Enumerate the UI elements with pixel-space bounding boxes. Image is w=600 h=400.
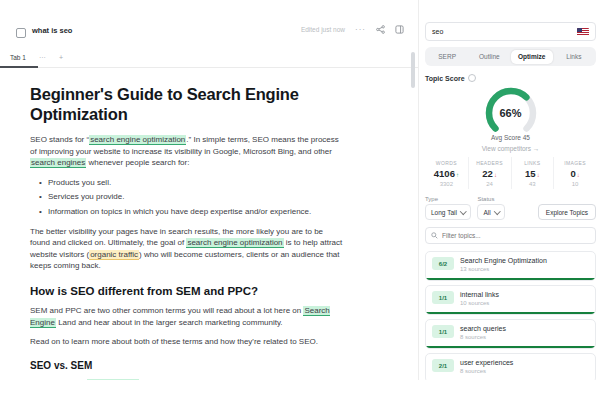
text-run: SEM and PPC are two other common terms y… — [30, 306, 303, 315]
topic-card[interactable]: 2/1user experiences8 sources — [425, 353, 596, 380]
stat-images: IMAGES0↓10 — [553, 157, 596, 189]
topic-card[interactable]: 6/2Search Engine Optimization13 sources — [425, 251, 596, 281]
chevron-down-icon — [460, 208, 466, 214]
chevron-down-icon — [494, 208, 500, 214]
topic-score-gauge: 66% — [476, 83, 546, 133]
stat-label: IMAGES — [554, 160, 596, 166]
topic-list: 6/2Search Engine Optimization13 sources1… — [425, 251, 596, 380]
panel-tab-serp[interactable]: SERP — [426, 50, 468, 64]
document-body[interactable]: Beginner's Guide to Search Engine Optimi… — [30, 68, 344, 380]
paragraph: Read on to learn more about both of thes… — [30, 336, 344, 348]
stat-value: 15↓ — [512, 168, 554, 179]
sidebar-toggle-icon[interactable] — [395, 25, 404, 34]
type-filter-group: Type Long Tail — [425, 196, 471, 220]
query-search-box — [425, 22, 596, 41]
bullet-item: Services you provide. — [48, 191, 344, 203]
tab-more-icon[interactable]: ··· — [39, 54, 46, 61]
panel-tab-links[interactable]: Links — [553, 50, 595, 64]
status-label: Status — [477, 196, 505, 202]
share-icon[interactable] — [376, 25, 385, 34]
topic-score-value: 66% — [476, 107, 546, 119]
topic-count-badge: 1/1 — [432, 325, 454, 338]
info-icon[interactable] — [468, 74, 476, 82]
edited-status: Edited just now — [301, 26, 345, 33]
topic-progress-bar — [426, 312, 595, 315]
topic-card[interactable]: 1/1search queries8 sources — [425, 319, 596, 349]
arrow-down-icon: ↓ — [577, 172, 580, 178]
status-value: All — [483, 209, 490, 216]
status-filter-group: Status All — [477, 196, 505, 220]
us-flag-icon[interactable] — [577, 28, 589, 36]
section-heading: How is SEO different from SEM and PPC? — [30, 285, 344, 297]
topic-text: search queries8 sources — [460, 325, 506, 340]
paragraph: SEO stands for “search engine optimizati… — [30, 134, 344, 169]
topic-name: Search Engine Optimization — [460, 257, 547, 264]
topic-name: internal links — [460, 291, 499, 298]
document-title[interactable]: what is seo — [32, 26, 72, 35]
topic-sources: 10 sources — [460, 300, 499, 306]
header-actions: Edited just now ··· — [301, 25, 404, 34]
more-menu-icon[interactable]: ··· — [355, 26, 366, 34]
content-stats: WORDS4106↑3302HEADERS22↓24LINKS15↓43IMAG… — [425, 157, 596, 189]
scrollbar-thumb[interactable] — [411, 52, 415, 88]
panel-tab-optimize[interactable]: Optimize — [511, 50, 553, 64]
type-label: Type — [425, 196, 471, 202]
article-title: Beginner's Guide to Search Engine Optimi… — [30, 85, 344, 124]
stat-benchmark: 10 — [554, 181, 596, 187]
highlighted-term: search engine optimization — [186, 238, 283, 248]
view-competitors-link[interactable]: View competitors → — [425, 145, 596, 152]
topic-progress-bar — [426, 380, 595, 381]
topic-progress-bar — [426, 346, 595, 349]
text-run: SEM stands for — [30, 379, 87, 380]
topic-name: user experiences — [460, 359, 513, 366]
document-icon[interactable] — [16, 28, 26, 38]
topic-count-badge: 2/1 — [432, 359, 454, 372]
filter-topics-input[interactable] — [442, 232, 590, 239]
highlighted-term: organic traffic — [89, 250, 139, 260]
query-input[interactable] — [432, 28, 573, 35]
text-run: Land and hear about in the larger search… — [56, 318, 283, 327]
stat-benchmark: 43 — [512, 181, 554, 187]
paragraph: SEM stands for search engine marketing –… — [30, 378, 344, 380]
text-run: whenever people search for: — [86, 158, 189, 167]
topic-count-badge: 6/2 — [432, 257, 454, 270]
document-header: what is seo Edited just now ··· — [0, 0, 418, 48]
subsection-heading: SEO vs. SEM — [30, 360, 344, 371]
panel-tabs: SERPOutlineOptimizeLinks — [425, 47, 596, 66]
avg-score: Avg Score 45 — [425, 134, 596, 141]
stat-benchmark: 3302 — [425, 181, 468, 187]
tab-add-icon[interactable]: + — [59, 54, 63, 61]
topic-progress-bar — [426, 278, 595, 281]
topic-card[interactable]: 1/1internal links10 sources — [425, 285, 596, 315]
topic-count-badge: 1/1 — [432, 291, 454, 304]
tab-bar: Tab 1 ··· + — [0, 48, 418, 68]
panel-tab-outline[interactable]: Outline — [468, 50, 510, 64]
topic-sources: 8 sources — [460, 368, 513, 374]
topic-filters: Type Long Tail Status All Explore Topics — [425, 196, 596, 220]
text-run: SEO stands for “ — [30, 135, 89, 144]
app-window: what is seo Edited just now ··· — [0, 0, 600, 380]
stat-label: LINKS — [512, 160, 554, 166]
topic-name: search queries — [460, 325, 506, 332]
arrow-down-icon: ↓ — [537, 172, 540, 178]
topic-text: internal links10 sources — [460, 291, 499, 306]
status-select[interactable]: All — [477, 204, 505, 220]
bullet-item: Products you sell. — [48, 177, 344, 189]
highlighted-term: search engine — [87, 379, 139, 380]
bullet-item: Information on topics in which you have … — [48, 206, 344, 218]
search-icon — [431, 232, 438, 239]
topic-text: Search Engine Optimization13 sources — [460, 257, 547, 272]
arrow-down-icon: ↓ — [494, 172, 497, 178]
stat-benchmark: 24 — [469, 181, 511, 187]
tab-1[interactable]: Tab 1 — [10, 48, 26, 67]
type-value: Long Tail — [431, 209, 457, 216]
explore-topics-button[interactable]: Explore Topics — [538, 204, 596, 220]
document-editor-pane: what is seo Edited just now ··· — [0, 0, 419, 380]
paragraph: SEM and PPC are two other common terms y… — [30, 305, 344, 328]
topic-score-row: Topic Score — [425, 74, 596, 82]
topic-sources: 8 sources — [460, 334, 506, 340]
topic-score-label: Topic Score — [425, 75, 465, 82]
arrow-up-icon: ↑ — [456, 172, 459, 178]
type-select[interactable]: Long Tail — [425, 204, 471, 220]
paragraph: The better visibility your pages have in… — [30, 226, 344, 272]
